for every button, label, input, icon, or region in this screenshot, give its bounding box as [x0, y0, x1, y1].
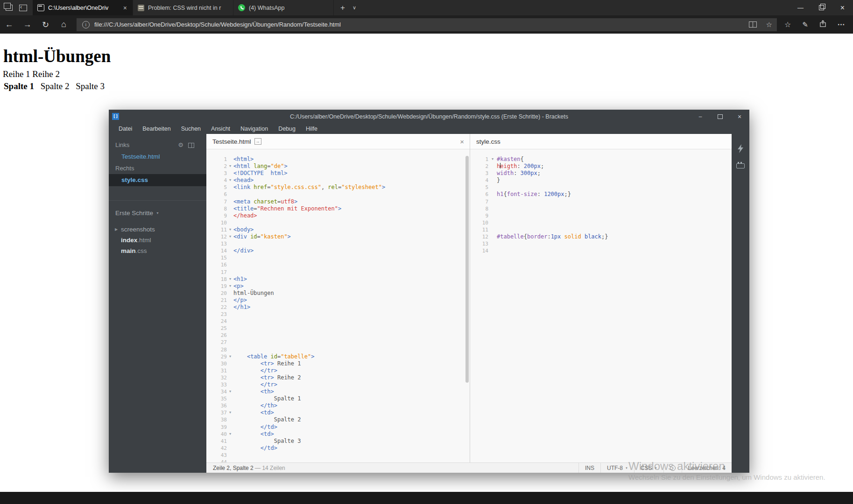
code-line[interactable]: 35 Spalte 1	[206, 395, 470, 402]
menu-bearbeiten[interactable]: Bearbeiten	[137, 126, 176, 132]
code-line[interactable]: 19▼<p>	[206, 283, 470, 290]
code-line[interactable]: 8<title="Rechnen mit Exponenten">	[206, 205, 470, 212]
code-line[interactable]: 13	[470, 240, 732, 247]
code-line[interactable]: 32 <tr> Reihe 2	[206, 374, 470, 381]
more-icon[interactable]: ···	[838, 21, 845, 29]
scrollbar-thumb[interactable]	[465, 156, 469, 383]
code-line[interactable]: 43	[206, 452, 470, 459]
working-file-testseite[interactable]: Testseite.html	[109, 151, 206, 163]
menu-hilfe[interactable]: Hilfe	[301, 126, 323, 132]
tab-list-chevron-icon[interactable]: ∨	[352, 5, 356, 11]
fold-arrow-icon[interactable]: ▼	[227, 353, 233, 360]
code-line[interactable]: 14	[470, 247, 732, 254]
code-line[interactable]: 2▼<html lang="de">	[206, 163, 470, 170]
code-line[interactable]: 23	[206, 311, 470, 318]
css-code-editor[interactable]: 1▼#kasten{2heigth: 200px;3width: 300px;4…	[470, 149, 732, 462]
spaces-setting[interactable]: Leerzeichen:4	[682, 463, 732, 473]
info-icon[interactable]: i	[82, 21, 90, 28]
code-line[interactable]: 16	[206, 261, 470, 268]
code-line[interactable]: 12#tabelle{border:1px solid black;}	[470, 233, 732, 240]
language-selector[interactable]: CSS▼	[634, 463, 663, 473]
html-code-editor[interactable]: 1<html>2▼<html lang="de">3<!DOCTYPE html…	[206, 149, 470, 462]
working-file-stylecss[interactable]: style.css	[109, 174, 206, 186]
back-icon[interactable]: ←	[0, 20, 18, 29]
menu-suchen[interactable]: Suchen	[176, 126, 206, 132]
fold-arrow-icon[interactable]: ▼	[227, 409, 233, 416]
hub-favorites-icon[interactable]: ☆	[784, 20, 791, 29]
code-line[interactable]: 9</head>	[206, 212, 470, 219]
brackets-minimize-button[interactable]: –	[691, 110, 710, 123]
set-tabs-aside-icon[interactable]	[19, 5, 27, 11]
gear-icon[interactable]: ⚙	[178, 140, 183, 151]
code-line[interactable]: 27	[206, 339, 470, 346]
code-line[interactable]: 33 </tr>	[206, 381, 470, 388]
close-tab-icon[interactable]: ×	[122, 4, 128, 12]
code-line[interactable]: 21</p>	[206, 297, 470, 304]
code-line[interactable]: 24	[206, 318, 470, 325]
fold-arrow-icon[interactable]: ▼	[227, 388, 233, 395]
project-dropdown[interactable]: Erste Schritte▼	[109, 207, 206, 219]
url-input[interactable]: i file:///C:/Users/alber/OneDrive/Deskto…	[77, 18, 777, 31]
tree-file-index[interactable]: index.html	[109, 235, 206, 245]
code-line[interactable]: 11	[470, 226, 732, 233]
code-line[interactable]: 7	[470, 198, 732, 205]
code-line[interactable]: 12▼<div id="kasten">	[206, 233, 470, 240]
code-line[interactable]: 9	[470, 212, 732, 219]
browser-tab-whatsapp[interactable]: (4) WhatsApp	[233, 0, 334, 15]
code-line[interactable]: 4}	[470, 177, 732, 184]
right-pane-filename[interactable]: style.css	[476, 138, 501, 145]
brackets-close-button[interactable]: ×	[730, 110, 749, 123]
fold-arrow-icon[interactable]: ▼	[227, 431, 233, 438]
menu-debug[interactable]: Debug	[273, 126, 301, 132]
fold-arrow-icon[interactable]: ▼	[227, 283, 233, 290]
code-line[interactable]: 17	[206, 269, 470, 276]
code-line[interactable]: 20html-Übungen	[206, 290, 470, 297]
code-line[interactable]: 5	[470, 184, 732, 191]
code-line[interactable]: 10	[206, 219, 470, 226]
ink-pen-icon[interactable]: ✎	[802, 21, 808, 29]
code-line[interactable]: 38 Spalte 2	[206, 416, 470, 423]
code-line[interactable]: 7<meta charset=utf8>	[206, 198, 470, 205]
code-line[interactable]: 10	[470, 219, 732, 226]
problems-indicator[interactable]	[663, 463, 682, 473]
new-tab-button[interactable]: +	[340, 3, 345, 13]
left-pane-filename[interactable]: Testseite.html	[212, 138, 251, 145]
fold-arrow-icon[interactable]: ▼	[227, 276, 233, 283]
forward-icon[interactable]: →	[18, 20, 36, 29]
code-line[interactable]: 41 Spalte 3	[206, 438, 470, 445]
share-icon[interactable]	[819, 20, 826, 29]
fold-arrow-icon[interactable]: ▼	[227, 163, 233, 170]
restore-button[interactable]	[811, 0, 832, 15]
insert-mode-indicator[interactable]: INS	[578, 463, 600, 473]
code-line[interactable]: 22</h1>	[206, 304, 470, 311]
code-line[interactable]: 36 </th>	[206, 402, 470, 409]
tree-folder-screenshots[interactable]: ▶ screenshots	[109, 224, 206, 235]
code-line[interactable]: 44	[206, 459, 470, 462]
tab-preview-icon[interactable]	[6, 5, 13, 11]
code-line[interactable]: 11▼<body>	[206, 226, 470, 233]
reading-view-icon[interactable]	[749, 21, 757, 28]
extension-manager-icon[interactable]	[736, 163, 745, 168]
code-line[interactable]: 28	[206, 346, 470, 353]
code-line[interactable]: 1▼#kasten{	[470, 156, 732, 163]
encoding-selector[interactable]: UTF-8▼	[600, 463, 634, 473]
live-preview-icon[interactable]	[737, 144, 744, 154]
code-line[interactable]: 39 </td>	[206, 424, 470, 431]
code-line[interactable]: 37▼ <td>	[206, 409, 470, 416]
split-view-icon[interactable]	[188, 143, 194, 148]
code-line[interactable]: 6	[206, 191, 470, 198]
browser-tab-active[interactable]: C:\Users\alber\OneDriv ×	[33, 0, 133, 15]
code-line[interactable]: 2heigth: 200px;	[470, 163, 732, 170]
favorite-star-icon[interactable]: ☆	[766, 21, 772, 29]
minimize-button[interactable]: —	[790, 0, 811, 15]
menu-ansicht[interactable]: Ansicht	[206, 126, 235, 132]
url-text[interactable]: file:///C:/Users/alber/OneDrive/Desktop/…	[94, 21, 744, 28]
code-line[interactable]: 18▼<h1>	[206, 276, 470, 283]
brackets-title-bar[interactable]: [] C:/Users/alber/OneDrive/Desktop/Schul…	[109, 110, 749, 123]
code-line[interactable]: 30 <tr> Reihe 1	[206, 360, 470, 367]
code-line[interactable]: 14</div>	[206, 247, 470, 254]
menu-datei[interactable]: Datei	[113, 126, 137, 132]
fold-arrow-icon[interactable]: ▼	[227, 233, 233, 240]
code-line[interactable]: 15	[206, 254, 470, 261]
refresh-icon[interactable]: ↻	[36, 20, 55, 30]
